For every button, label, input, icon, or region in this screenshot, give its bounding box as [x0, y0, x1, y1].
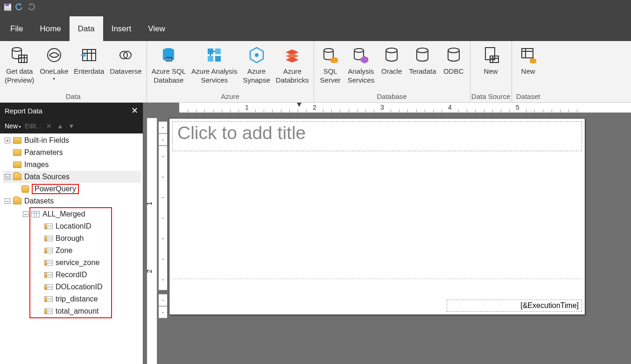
- close-icon[interactable]: ✕: [131, 105, 138, 116]
- folder-icon: [13, 149, 21, 156]
- folder-open-icon: [13, 174, 21, 180]
- field-icon: [44, 284, 53, 290]
- teradata-button[interactable]: Teradata: [406, 43, 439, 77]
- field-icon: [44, 260, 53, 266]
- tab-data[interactable]: Data: [70, 16, 103, 41]
- tree-label: PowerQuery: [32, 184, 79, 194]
- onelake-button[interactable]: OneLake ▾: [37, 43, 71, 83]
- ribbon-group-data-label: Data: [0, 91, 147, 102]
- tree-field[interactable]: Borough: [30, 232, 111, 245]
- row-selector[interactable]: -: [159, 294, 167, 306]
- oracle-button[interactable]: Oracle: [377, 43, 406, 77]
- get-data-button[interactable]: Get data (Preview): [2, 43, 37, 86]
- tree-dataset-all-merged[interactable]: − ALL_Merged: [30, 208, 111, 220]
- azure-databricks-button[interactable]: Azure Databricks: [273, 43, 312, 86]
- tree-label: trip_distance: [56, 295, 98, 303]
- save-icon[interactable]: [4, 3, 12, 11]
- title-placeholder[interactable]: Click to add title: [172, 121, 582, 151]
- azure-databricks-label: Azure Databricks: [276, 67, 309, 85]
- report-page[interactable]: Click to add title [&ExecutionTime]: [169, 118, 585, 315]
- tree-label: LocationID: [56, 222, 91, 231]
- collapse-icon[interactable]: −: [23, 211, 28, 217]
- row-selector[interactable]: -------: [159, 146, 167, 290]
- field-icon: [44, 308, 53, 314]
- dataset-icon: [31, 211, 40, 217]
- dataverse-icon: [114, 44, 137, 66]
- new-dataset-icon: [517, 44, 540, 66]
- tree-datasets[interactable]: − Datasets: [3, 195, 141, 207]
- row-selector[interactable]: -: [159, 306, 167, 318]
- tree-field[interactable]: trip_distance: [30, 293, 111, 305]
- new-data-source-button[interactable]: New: [472, 43, 510, 77]
- tab-home[interactable]: Home: [31, 16, 69, 41]
- svg-rect-19: [215, 56, 221, 62]
- report-data-toolbar: New▾ Edit... ✕ ▲ ▼: [0, 119, 143, 133]
- tab-file[interactable]: File: [2, 16, 31, 41]
- azure-synapse-label: Azure Synapse: [243, 67, 270, 85]
- report-body[interactable]: [172, 153, 582, 279]
- new-dataset-button[interactable]: New: [514, 43, 543, 77]
- odbc-button[interactable]: ODBC: [439, 43, 468, 77]
- database-icon: [411, 44, 434, 66]
- tree-label: Zone: [56, 246, 72, 255]
- report-data-panel: Report Data ✕ New▾ Edit... ✕ ▲ ▼ + Built…: [0, 103, 143, 364]
- tree-label: DOLocationID: [56, 283, 103, 291]
- tree-label: Datasets: [24, 197, 54, 205]
- tree-data-source-powerquery[interactable]: PowerQuery: [3, 183, 141, 195]
- ribbon: Get data (Preview) OneLake ▾ Enterdata D…: [0, 41, 631, 103]
- tree-label: service_zone: [56, 259, 99, 267]
- azure-analysis-services-button[interactable]: Azure Analysis Services: [189, 43, 240, 86]
- analysis-services-button[interactable]: Analysis Services: [345, 43, 378, 86]
- ribbon-group-dataset-label: Dataset: [512, 91, 545, 102]
- svg-rect-2: [6, 7, 10, 10]
- redo-icon[interactable]: [27, 3, 35, 11]
- spacer: [5, 150, 10, 155]
- teradata-label: Teradata: [409, 67, 436, 76]
- horizontal-ruler: 12345: [179, 103, 631, 113]
- azure-sql-database-button[interactable]: SQL Azure SQL Database: [149, 43, 189, 86]
- row-selector[interactable]: -: [159, 121, 167, 133]
- tree-field[interactable]: Zone: [30, 245, 111, 257]
- tree-label: ALL_Merged: [42, 210, 85, 218]
- database-icon: [442, 44, 465, 66]
- svg-point-29: [417, 48, 428, 53]
- tree-field[interactable]: service_zone: [30, 257, 111, 269]
- collapse-icon[interactable]: −: [5, 198, 10, 204]
- tree-parameters[interactable]: Parameters: [3, 147, 141, 159]
- ribbon-group-data: Get data (Preview) OneLake ▾ Enterdata D…: [0, 41, 147, 102]
- menu-bar: File Home Data Insert View: [0, 14, 631, 41]
- dataverse-label: Dataverse: [110, 67, 141, 76]
- tree-field[interactable]: DOLocationID: [30, 281, 111, 293]
- tree-images[interactable]: Images: [3, 159, 141, 171]
- ribbon-group-data-source: New Data Source: [470, 41, 512, 102]
- tree-field[interactable]: total_amount: [30, 305, 111, 317]
- new-menu-button[interactable]: New▾: [5, 122, 21, 130]
- tree-field[interactable]: LocationID: [30, 220, 111, 232]
- ribbon-group-azure: SQL Azure SQL Database Azure Analysis Se…: [147, 41, 314, 102]
- enterdata-button[interactable]: Enterdata: [71, 43, 107, 77]
- tree-data-sources[interactable]: − Data Sources: [3, 171, 141, 183]
- move-down-icon: ▼: [68, 122, 75, 130]
- ribbon-group-data-source-label: Data Source: [470, 91, 512, 102]
- tree-field[interactable]: RecordID: [30, 269, 111, 281]
- undo-icon[interactable]: [15, 3, 23, 11]
- row-selector[interactable]: -: [159, 133, 167, 146]
- footer-execution-time[interactable]: [&ExecutionTime]: [447, 300, 582, 312]
- expand-icon[interactable]: +: [5, 138, 10, 143]
- collapse-icon[interactable]: −: [5, 174, 10, 180]
- ruler-marker-icon: [297, 103, 301, 107]
- azure-synapse-button[interactable]: Azure Synapse: [240, 43, 273, 86]
- field-icon: [44, 236, 53, 241]
- datasource-icon: [21, 185, 29, 193]
- tab-insert[interactable]: Insert: [103, 16, 140, 41]
- design-canvas[interactable]: 12345 12 - - ------- - - Click to add ti…: [143, 103, 631, 364]
- tree-builtin-fields[interactable]: + Built-in Fields: [3, 134, 141, 147]
- tab-view[interactable]: View: [140, 16, 174, 41]
- sql-server-button[interactable]: SQL Server: [316, 43, 345, 86]
- enterdata-icon: [78, 44, 100, 66]
- svg-point-3: [12, 48, 21, 51]
- svg-marker-27: [361, 56, 368, 63]
- odbc-label: ODBC: [443, 67, 463, 76]
- dataverse-button[interactable]: Dataverse: [107, 43, 144, 77]
- quick-access-toolbar: [0, 0, 631, 14]
